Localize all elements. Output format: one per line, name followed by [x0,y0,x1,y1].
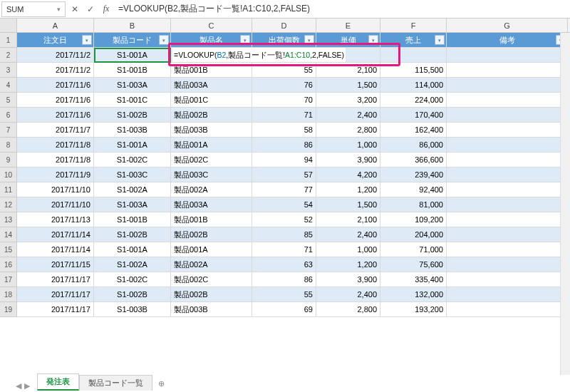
cell[interactable]: 製品001A [171,242,252,257]
confirm-formula-button[interactable]: ✓ [83,1,98,17]
vertical-scrollbar[interactable] [560,33,570,375]
cell[interactable] [447,48,568,63]
cell[interactable]: S1-002A [94,182,171,197]
cell[interactable]: 55 [252,287,316,302]
cell[interactable]: 52 [252,212,316,227]
cell[interactable] [447,123,568,138]
cell[interactable]: 162,400 [380,123,447,138]
col-header-B[interactable]: B [94,19,171,32]
cell[interactable]: 2,800 [316,123,380,138]
cell[interactable]: 製品002C [171,153,252,167]
cell[interactable]: 86 [252,272,316,287]
cell[interactable]: 1,000 [316,138,380,153]
select-all-corner[interactable] [0,19,17,32]
cell[interactable]: 製品002C [171,272,252,287]
cell[interactable]: 85 [252,227,316,242]
table-header[interactable]: 出荷個数▾ [252,33,316,48]
cell[interactable] [447,287,568,302]
cell[interactable]: 製品002A [171,257,252,272]
row-header[interactable]: 7 [0,123,17,138]
cell[interactable]: 109,200 [380,212,447,227]
cell[interactable]: 製品003B [171,302,252,317]
cell[interactable]: 2,800 [316,302,380,317]
cell[interactable]: 2,100 [316,63,380,78]
cell[interactable]: 335,400 [380,272,447,287]
cell[interactable]: S1-002C [94,153,171,167]
cell[interactable]: 170,400 [380,108,447,123]
cell[interactable]: S1-003B [94,302,171,317]
cell[interactable]: 69 [252,302,316,317]
cell[interactable]: 77 [252,182,316,197]
row-header[interactable]: 13 [0,212,17,227]
row-header[interactable]: 10 [0,167,17,182]
table-header[interactable]: 備考▾ [447,33,568,48]
cell[interactable]: 2017/11/14 [17,227,94,242]
cell[interactable]: 239,400 [380,167,447,182]
col-header-G[interactable]: G [447,19,568,32]
cell[interactable]: 1,000 [316,242,380,257]
cell[interactable]: 55 [252,63,316,78]
cell[interactable]: 1,200 [316,182,380,197]
col-header-C[interactable]: C [171,19,252,32]
cell[interactable]: S1-001A [94,48,171,63]
cell[interactable]: 54 [252,197,316,212]
cell[interactable]: S1-003C [94,167,171,182]
cell[interactable]: 製品003B [171,123,252,138]
formula-input[interactable]: =VLOOKUP(B2,製品コード一覧!A1:C10,2,FALSE) [114,1,570,17]
cell[interactable]: 1,200 [316,257,380,272]
name-box-dropdown-icon[interactable]: ▾ [57,6,61,13]
cell[interactable]: 2017/11/15 [17,257,94,272]
cell[interactable] [380,48,447,63]
cell[interactable]: 製品003A [171,197,252,212]
cell[interactable]: 81,000 [380,197,447,212]
cell[interactable]: 86,000 [380,138,447,153]
cell[interactable]: S1-002A [94,257,171,272]
cell[interactable]: 2,400 [316,227,380,242]
col-header-F[interactable]: F [380,19,447,32]
cell[interactable]: 2017/11/17 [17,302,94,317]
table-header[interactable]: 注文日▾ [17,33,94,48]
cell[interactable]: S1-002B [94,108,171,123]
cell[interactable]: 2017/11/8 [17,153,94,167]
cell[interactable]: 1,500 [316,78,380,93]
cell[interactable]: S1-001B [94,63,171,78]
cell[interactable]: 366,600 [380,153,447,167]
table-header[interactable]: 製品コード▾ [94,33,171,48]
row-header[interactable]: 5 [0,93,17,108]
cell[interactable]: 2017/11/10 [17,197,94,212]
cell[interactable] [447,153,568,167]
sheet-tab[interactable]: 製品コード一覧 [79,375,152,391]
cell[interactable]: 製品003A [171,78,252,93]
cell[interactable] [447,302,568,317]
cell[interactable]: 製品002B [171,108,252,123]
cell[interactable]: 114,000 [380,78,447,93]
row-header[interactable]: 4 [0,78,17,93]
cell[interactable]: 製品002A [171,182,252,197]
cell[interactable]: S1-001A [94,138,171,153]
cell[interactable]: S1-003B [94,123,171,138]
row-header[interactable]: 14 [0,227,17,242]
new-sheet-button[interactable]: ⊕ [152,377,170,391]
row-header[interactable]: 2 [0,48,17,63]
cell[interactable] [447,242,568,257]
tab-nav-prev-icon[interactable]: ◀ [16,381,21,391]
cell[interactable]: S1-001C [94,93,171,108]
filter-dropdown-icon[interactable]: ▾ [304,35,314,45]
cell[interactable]: 2017/11/8 [17,138,94,153]
cell[interactable] [447,93,568,108]
cell[interactable]: S1-001A [94,242,171,257]
cell[interactable] [447,138,568,153]
row-header[interactable]: 19 [0,302,17,317]
cell[interactable]: 193,200 [380,302,447,317]
cell[interactable]: 2017/11/10 [17,182,94,197]
cell[interactable]: 2,100 [316,212,380,227]
cell[interactable] [447,272,568,287]
col-header-E[interactable]: E [316,19,380,32]
cell[interactable]: 2017/11/9 [17,167,94,182]
cell[interactable]: 224,000 [380,93,447,108]
row-header[interactable]: 12 [0,197,17,212]
cell[interactable]: S1-003A [94,197,171,212]
row-header[interactable]: 11 [0,182,17,197]
cell[interactable] [447,182,568,197]
cell[interactable]: 製品002B [171,227,252,242]
